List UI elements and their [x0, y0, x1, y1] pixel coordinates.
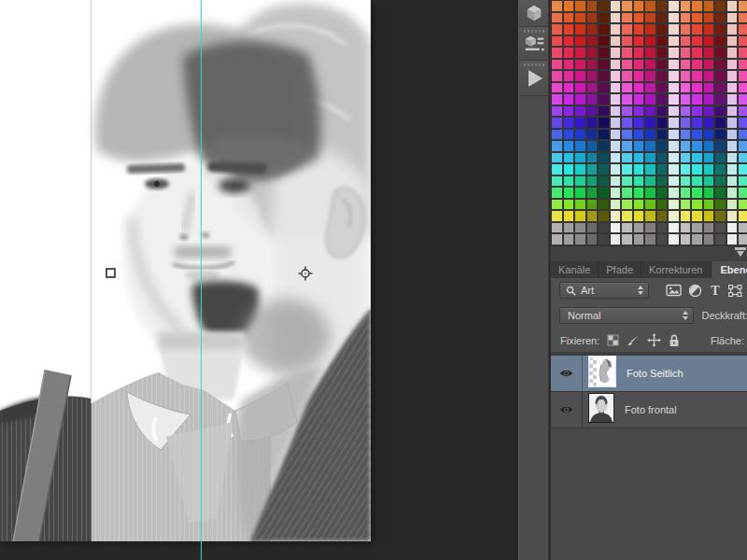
- swatch[interactable]: [691, 140, 703, 152]
- swatch[interactable]: [668, 93, 680, 105]
- swatch[interactable]: [551, 140, 563, 152]
- swatch[interactable]: [680, 152, 692, 164]
- swatch[interactable]: [703, 35, 715, 48]
- swatch[interactable]: [551, 12, 563, 24]
- type-layers-filter-icon[interactable]: T: [709, 284, 722, 297]
- swatch[interactable]: [551, 233, 563, 245]
- swatch[interactable]: [574, 129, 586, 141]
- swatch[interactable]: [680, 187, 692, 199]
- swatch[interactable]: [703, 23, 715, 35]
- swatch[interactable]: [738, 117, 747, 129]
- tab-pfade[interactable]: Pfade: [599, 261, 641, 278]
- swatch[interactable]: [738, 70, 747, 82]
- swatch[interactable]: [563, 23, 575, 35]
- swatch[interactable]: [691, 47, 703, 59]
- swatch[interactable]: [680, 35, 692, 48]
- swatch[interactable]: [574, 163, 586, 175]
- swatch[interactable]: [633, 199, 645, 211]
- swatch[interactable]: [714, 23, 726, 35]
- swatch[interactable]: [621, 59, 633, 71]
- swatch[interactable]: [621, 175, 633, 188]
- swatch[interactable]: [586, 12, 599, 24]
- swatch[interactable]: [726, 152, 739, 164]
- swatch[interactable]: [691, 105, 703, 118]
- swatch[interactable]: [738, 93, 747, 105]
- swatch[interactable]: [610, 12, 622, 24]
- swatch[interactable]: [691, 93, 703, 105]
- swatch[interactable]: [644, 210, 656, 222]
- swatch[interactable]: [668, 140, 680, 152]
- swatch[interactable]: [586, 233, 599, 245]
- visibility-toggle[interactable]: [551, 392, 583, 427]
- swatch[interactable]: [656, 93, 669, 105]
- swatch[interactable]: [726, 23, 739, 35]
- swatch[interactable]: [633, 93, 645, 105]
- swatch[interactable]: [621, 35, 633, 48]
- swatch[interactable]: [726, 163, 739, 175]
- swatch[interactable]: [551, 82, 563, 94]
- swatch[interactable]: [691, 12, 703, 24]
- swatch[interactable]: [563, 105, 575, 118]
- swatch[interactable]: [633, 59, 645, 71]
- swatch[interactable]: [714, 12, 726, 24]
- swatch[interactable]: [610, 175, 622, 188]
- swatch[interactable]: [644, 222, 656, 234]
- swatch[interactable]: [656, 222, 669, 234]
- swatch[interactable]: [633, 47, 645, 59]
- tab-kanaele[interactable]: Kanäle: [551, 261, 599, 278]
- swatch[interactable]: [680, 222, 692, 234]
- swatch[interactable]: [644, 129, 656, 141]
- swatch[interactable]: [551, 199, 563, 211]
- swatch[interactable]: [644, 117, 656, 129]
- swatch[interactable]: [726, 12, 739, 24]
- swatch[interactable]: [738, 140, 747, 152]
- swatch[interactable]: [726, 187, 739, 199]
- swatch[interactable]: [598, 0, 610, 12]
- swatch[interactable]: [551, 0, 563, 12]
- swatch[interactable]: [680, 93, 692, 105]
- swatch[interactable]: [680, 82, 692, 94]
- swatch[interactable]: [598, 199, 610, 211]
- swatch[interactable]: [610, 82, 622, 94]
- panel-grip[interactable]: [524, 30, 544, 33]
- swatch[interactable]: [668, 163, 680, 175]
- swatch[interactable]: [610, 152, 622, 164]
- swatch[interactable]: [574, 47, 586, 59]
- swatch[interactable]: [738, 0, 747, 12]
- swatch[interactable]: [610, 0, 622, 12]
- swatch[interactable]: [703, 47, 715, 59]
- swatch[interactable]: [574, 93, 586, 105]
- swatch[interactable]: [668, 59, 680, 71]
- swatch[interactable]: [738, 59, 747, 71]
- swatch[interactable]: [738, 222, 747, 234]
- swatch[interactable]: [656, 163, 669, 175]
- visibility-toggle[interactable]: [551, 356, 583, 391]
- swatch[interactable]: [714, 59, 726, 71]
- swatch[interactable]: [610, 140, 622, 152]
- swatch[interactable]: [703, 175, 715, 188]
- swatch[interactable]: [586, 163, 599, 175]
- swatch[interactable]: [668, 0, 680, 12]
- swatch[interactable]: [644, 12, 656, 24]
- swatch[interactable]: [563, 35, 575, 48]
- swatch[interactable]: [668, 129, 680, 141]
- swatch[interactable]: [633, 117, 645, 129]
- swatch[interactable]: [610, 199, 622, 211]
- swatch[interactable]: [586, 187, 599, 199]
- swatch[interactable]: [656, 59, 669, 71]
- swatch[interactable]: [586, 23, 599, 35]
- layer-row-foto-frontal[interactable]: Foto frontal: [551, 392, 747, 428]
- swatch[interactable]: [691, 117, 703, 129]
- swatch[interactable]: [644, 152, 656, 164]
- swatch[interactable]: [691, 222, 703, 234]
- swatch[interactable]: [668, 199, 680, 211]
- swatch[interactable]: [714, 199, 726, 211]
- swatch[interactable]: [714, 93, 726, 105]
- guide-line[interactable]: [201, 0, 202, 560]
- swatch[interactable]: [691, 233, 703, 245]
- layer-row-foto-seitlich[interactable]: Foto Seitlich: [551, 356, 747, 392]
- swatch[interactable]: [574, 222, 586, 234]
- swatch[interactable]: [610, 47, 622, 59]
- swatch[interactable]: [574, 210, 586, 222]
- swatch[interactable]: [610, 187, 622, 199]
